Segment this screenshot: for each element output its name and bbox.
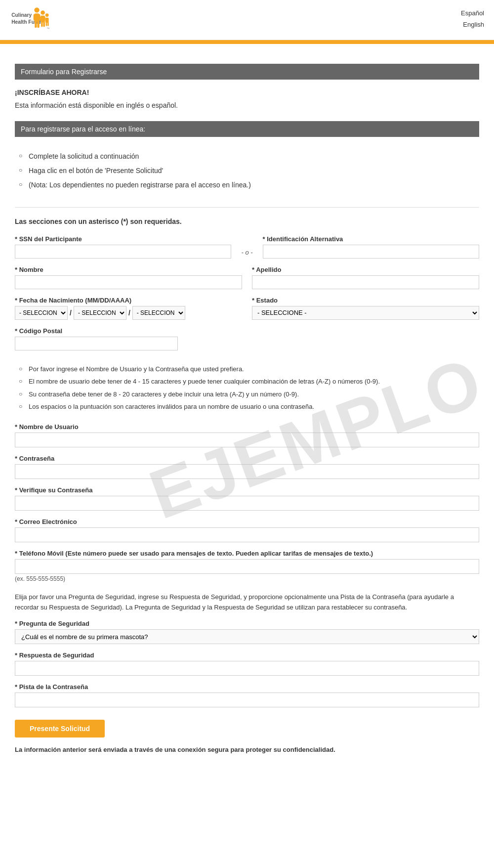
svg-rect-11 xyxy=(43,16,45,21)
estado-select[interactable]: - SELECCIONE - xyxy=(252,306,479,320)
espanol-link[interactable]: Español xyxy=(461,7,484,19)
apellido-input[interactable] xyxy=(252,275,479,289)
alt-id-input[interactable] xyxy=(263,245,479,259)
alt-id-label: * Identificación Alternativa xyxy=(263,235,479,243)
estado-label: * Estado xyxy=(252,297,479,304)
svg-rect-7 xyxy=(37,21,39,28)
dob-label: * Fecha de Nacimiento (MM/DD/AAAA) xyxy=(15,297,242,304)
dob-group: * Fecha de Nacimiento (MM/DD/AAAA) - SEL… xyxy=(15,297,242,320)
password-group: * Contraseña xyxy=(15,455,479,479)
postal-label: * Código Postal xyxy=(15,327,178,335)
password-hint-label: * Pista de la Contraseña xyxy=(15,683,479,691)
intro-text: ¡INSCRÍBASE AHORA! Esta información está… xyxy=(15,87,479,111)
verify-password-input[interactable] xyxy=(15,496,479,511)
postal-row: * Código Postal xyxy=(15,327,479,350)
verify-password-group: * Verifique su Contraseña xyxy=(15,486,479,511)
pwd-instruction-3: Su contraseña debe tener de 8 - 20 carac… xyxy=(15,388,479,401)
step-2: Haga clic en el botón de 'Presente Solic… xyxy=(15,164,479,178)
submit-button[interactable]: Presente Solicitud xyxy=(15,720,105,738)
dob-slash-1: / xyxy=(70,309,72,317)
footer-note: La información anterior será enviada a t… xyxy=(15,745,479,755)
steps-list: Complete la solicitud a continuación Hag… xyxy=(15,144,479,197)
security-question-select[interactable]: ¿Cuál es el nombre de su primera mascota… xyxy=(15,629,479,644)
pwd-instruction-2: El nombre de usuario debe tener de 4 - 1… xyxy=(15,375,479,388)
password-hint-input[interactable] xyxy=(15,693,479,707)
online-access-header: Para registrarse para el acceso en línea… xyxy=(15,121,479,137)
password-input[interactable] xyxy=(15,464,479,479)
email-input[interactable] xyxy=(15,527,479,542)
logo-area: Culinary Health Fund xyxy=(10,5,52,35)
ssn-group: * SSN del Participante xyxy=(15,235,231,259)
main-content: Formulario para Registrarse ¡INSCRÍBASE … xyxy=(0,44,494,770)
name-row: * Nombre * Apellido xyxy=(15,266,479,289)
pwd-instruction-1: Por favor ingrese el Nombre de Usuario y… xyxy=(15,363,479,376)
dob-month-select[interactable]: - SELECCION xyxy=(15,306,68,320)
pwd-instruction-4: Los espacios o la puntuación son caracte… xyxy=(15,400,479,413)
phone-hint: (ex. 555-555-5555) xyxy=(15,575,479,582)
password-label: * Contraseña xyxy=(15,455,479,462)
step-1: Complete la solicitud a continuación xyxy=(15,149,479,164)
username-input[interactable] xyxy=(15,433,479,447)
orange-bar xyxy=(0,40,494,44)
security-question-label: * Pregunta de Seguridad xyxy=(15,620,479,627)
username-group: * Nombre de Usuario xyxy=(15,423,479,447)
divider-1 xyxy=(15,207,479,208)
apellido-group: * Apellido xyxy=(252,266,479,289)
security-answer-label: * Respuesta de Seguridad xyxy=(15,651,479,659)
step-3: (Nota: Los dependientes no pueden regist… xyxy=(15,178,479,192)
verify-password-label: * Verifique su Contraseña xyxy=(15,486,479,494)
phone-label: * Teléfono Móvil (Este número puede ser … xyxy=(15,550,479,557)
dob-slash-2: / xyxy=(128,309,130,317)
intro-subtext: Esta información está disponible en ingl… xyxy=(15,100,479,111)
nombre-input[interactable] xyxy=(15,275,242,289)
svg-point-14 xyxy=(45,13,49,17)
phone-input[interactable] xyxy=(15,559,479,574)
svg-rect-17 xyxy=(47,22,49,26)
svg-text:Culinary: Culinary xyxy=(11,12,32,18)
password-instructions: Por favor ingrese el Nombre de Usuario y… xyxy=(15,358,479,421)
dob-selects: - SELECCION / - SELECCION / - SELECCION xyxy=(15,306,242,320)
security-intro: Elija por favor una Pregunta de Segurida… xyxy=(15,592,479,613)
svg-rect-13 xyxy=(43,21,44,27)
password-hint-group: * Pista de la Contraseña xyxy=(15,683,479,707)
dob-year-select[interactable]: - SELECCION xyxy=(132,306,185,320)
apellido-label: * Apellido xyxy=(252,266,479,273)
or-divider: - o - xyxy=(241,249,252,259)
svg-point-2 xyxy=(34,7,39,12)
estado-group: * Estado - SELECCIONE - xyxy=(252,297,479,320)
svg-rect-12 xyxy=(41,21,42,27)
security-question-group: * Pregunta de Seguridad ¿Cuál es el nomb… xyxy=(15,620,479,644)
email-label: * Correo Electrónico xyxy=(15,518,479,525)
header: Culinary Health Fund xyxy=(0,0,494,40)
phone-group: * Teléfono Móvil (Este número puede ser … xyxy=(15,550,479,582)
security-answer-group: * Respuesta de Seguridad xyxy=(15,651,479,676)
svg-rect-6 xyxy=(35,21,37,28)
security-answer-input[interactable] xyxy=(15,661,479,676)
nombre-group: * Nombre xyxy=(15,266,242,289)
svg-point-8 xyxy=(41,10,45,15)
svg-rect-10 xyxy=(40,16,41,21)
logo-icon: Culinary Health Fund xyxy=(10,5,49,35)
dob-day-select[interactable]: - SELECCION xyxy=(74,306,126,320)
intro-headline: ¡INSCRÍBASE AHORA! xyxy=(15,87,479,98)
nombre-label: * Nombre xyxy=(15,266,242,273)
postal-group: * Código Postal xyxy=(15,327,178,350)
ssn-input[interactable] xyxy=(15,245,231,259)
form-section: Las secciones con un asterisco (*) son r… xyxy=(15,217,479,755)
english-link[interactable]: English xyxy=(461,19,484,30)
form-title-header: Formulario para Registrarse xyxy=(15,64,479,80)
email-group: * Correo Electrónico xyxy=(15,518,479,542)
svg-rect-16 xyxy=(46,22,47,26)
alt-id-group: * Identificación Alternativa xyxy=(263,235,479,259)
username-label: * Nombre de Usuario xyxy=(15,423,479,431)
language-switcher: Español English xyxy=(461,7,484,31)
ssn-label: * SSN del Participante xyxy=(15,235,231,243)
postal-input[interactable] xyxy=(15,337,178,350)
required-note: Las secciones con un asterisco (*) son r… xyxy=(15,217,479,225)
svg-rect-4 xyxy=(34,14,36,20)
submit-section: Presente Solicitud xyxy=(15,720,479,738)
dob-estado-row: * Fecha de Nacimiento (MM/DD/AAAA) - SEL… xyxy=(15,297,479,320)
ssn-altid-row: * SSN del Participante - o - * Identific… xyxy=(15,235,479,259)
svg-text:™: ™ xyxy=(46,27,49,30)
